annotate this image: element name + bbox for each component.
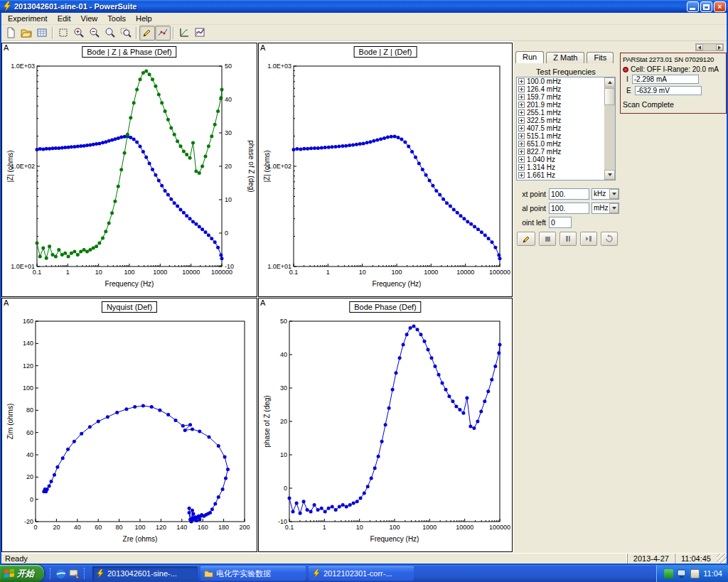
taskbar-task-folder[interactable]: 电化学实验数据 (200, 566, 306, 581)
tab-fits[interactable]: Fits (587, 52, 614, 63)
minimize-button[interactable] (687, 1, 699, 12)
svg-text:30: 30 (225, 129, 232, 136)
data-grid-icon (36, 27, 48, 38)
open-button[interactable] (18, 26, 34, 41)
tray-clock[interactable]: 11:04 (703, 569, 722, 578)
taskbar-task-corr[interactable]: 2012102301-corr-... (309, 566, 414, 581)
scrollbar-thumb[interactable] (604, 88, 615, 105)
points-left-input[interactable] (549, 217, 572, 228)
expand-plus-icon[interactable] (518, 125, 525, 131)
frequency-item[interactable]: 1.661 Hz (517, 171, 615, 179)
frequency-item[interactable]: 201.9 mHz (517, 101, 615, 109)
close-button[interactable]: × (714, 1, 726, 12)
new-document-button[interactable] (3, 26, 18, 41)
svg-text:1.0E+01: 1.0E+01 (11, 263, 35, 270)
frequency-item[interactable]: 322.5 mHz (517, 117, 615, 124)
expand-plus-icon[interactable] (518, 117, 525, 124)
frequency-item[interactable]: 407.5 mHz (517, 124, 615, 132)
listbox-scrollbar[interactable] (604, 77, 615, 180)
bode-z-chart[interactable]: 0.11101001000100001000001.0E+011.0E+021.… (261, 60, 511, 295)
menu-item[interactable]: Tools (102, 14, 131, 23)
tab-z-math[interactable]: Z Math (546, 52, 584, 63)
marker-pen-button[interactable] (139, 26, 155, 41)
pause-icon (566, 236, 568, 242)
bode-phase-chart[interactable]: 0.1110100100010000100000-1001020304050Fr… (261, 316, 511, 550)
expand-plus-icon[interactable] (518, 78, 525, 85)
expand-plus-icon[interactable] (518, 141, 525, 147)
frequency-listbox[interactable]: 100.0 mHz 126.4 mHz 159.7 mHz 201.9 mHz (516, 77, 616, 180)
maximize-button[interactable] (700, 1, 712, 12)
resize-grip[interactable] (717, 554, 727, 564)
zoom-full-button[interactable] (118, 26, 134, 41)
menu-item[interactable]: Experiment (3, 14, 53, 23)
unit-value: kHz (592, 190, 609, 198)
expand-plus-icon[interactable] (518, 86, 525, 92)
frequency-item[interactable]: 1.040 Hz (517, 156, 615, 163)
expand-plus-icon[interactable] (518, 102, 525, 108)
status-tray-icon[interactable] (664, 569, 673, 578)
frequency-item[interactable]: 515.1 mHz (517, 132, 615, 140)
svg-text:10000: 10000 (456, 524, 473, 531)
expand-plus-icon[interactable] (518, 109, 525, 116)
expand-plus-icon[interactable] (518, 133, 525, 139)
start-label: 开始 (17, 568, 34, 580)
zoom-out-button[interactable] (87, 26, 102, 41)
expand-plus-icon[interactable] (518, 172, 525, 178)
zoom-in-button[interactable] (71, 26, 87, 41)
expand-plus-icon[interactable] (518, 149, 525, 155)
show-desktop-icon[interactable] (69, 568, 80, 579)
menu-item[interactable]: Edit (53, 14, 76, 23)
zoom-button[interactable] (102, 26, 118, 41)
tab-strip: Run Z Math Fits (515, 51, 616, 63)
scroll-left-icon[interactable] (696, 44, 703, 50)
final-point-label: al point (515, 204, 546, 212)
svg-text:20: 20 (53, 524, 60, 531)
frequency-item[interactable]: 100.0 mHz (517, 77, 615, 85)
scroll-down-icon[interactable] (604, 170, 615, 180)
expand-plus-icon[interactable] (518, 156, 525, 163)
internet-explorer-icon[interactable] (55, 568, 66, 579)
dropdown-arrow-icon[interactable] (609, 203, 619, 213)
next-point-input[interactable] (549, 188, 589, 200)
start-button[interactable]: 开始 (0, 565, 44, 582)
taskbar-task-powersuite[interactable]: 2013042601-sine-... (92, 566, 198, 581)
ime-tray-icon[interactable] (690, 569, 700, 578)
zoom-box-button[interactable] (55, 26, 71, 41)
frequency-item[interactable]: 126.4 mHz (517, 85, 615, 93)
quick-launch-grip[interactable] (50, 568, 51, 579)
tab-run[interactable]: Run (515, 51, 544, 63)
folder-task-icon (204, 569, 213, 578)
scroll-right-icon[interactable] (716, 44, 723, 50)
nyquist-chart[interactable]: 020406080100120140160180200-200204060801… (4, 316, 255, 550)
point-select-button[interactable] (155, 26, 171, 41)
menu-item[interactable]: View (76, 14, 103, 23)
bode-z-phase-chart[interactable]: 0.11101001000100001000001.0E+011.0E+021.… (4, 60, 255, 295)
task-label: 2013042601-sine-... (107, 569, 177, 578)
dropdown-arrow-icon[interactable] (609, 189, 619, 199)
edit-button[interactable] (517, 232, 535, 246)
frequency-item[interactable]: 255.1 mHz (517, 109, 615, 117)
stop-button[interactable] (539, 232, 556, 246)
data-grid-button[interactable] (34, 26, 50, 41)
svg-text:0: 0 (225, 230, 228, 237)
next-point-unit-select[interactable]: kHz (592, 188, 619, 200)
frequency-item[interactable]: 159.7 mHz (517, 93, 615, 101)
step-button[interactable] (580, 232, 597, 246)
cell-status-text: Cell: OFF I-Range: 20.0 mA (631, 65, 719, 73)
pause-button[interactable] (560, 232, 577, 246)
frequency-item[interactable]: 651.0 mHz (517, 140, 615, 148)
frequency-item[interactable]: 1.314 Hz (517, 163, 615, 171)
svg-text:Zim (ohms): Zim (ohms) (6, 404, 14, 440)
expand-plus-icon[interactable] (518, 164, 525, 171)
axes-chart-button[interactable] (176, 26, 192, 41)
frequency-item[interactable]: 822.7 mHz (517, 148, 615, 156)
expand-plus-icon[interactable] (518, 94, 525, 100)
final-point-unit-select[interactable]: mHz (592, 203, 619, 214)
repeat-button[interactable] (601, 232, 618, 246)
menu-item[interactable]: Help (131, 14, 157, 23)
final-point-input[interactable] (549, 203, 589, 214)
panel-mini-scrollbar[interactable] (695, 43, 724, 51)
overlay-chart-button[interactable] (192, 26, 208, 41)
display-tray-icon[interactable] (677, 569, 687, 578)
scroll-up-icon[interactable] (604, 77, 615, 87)
